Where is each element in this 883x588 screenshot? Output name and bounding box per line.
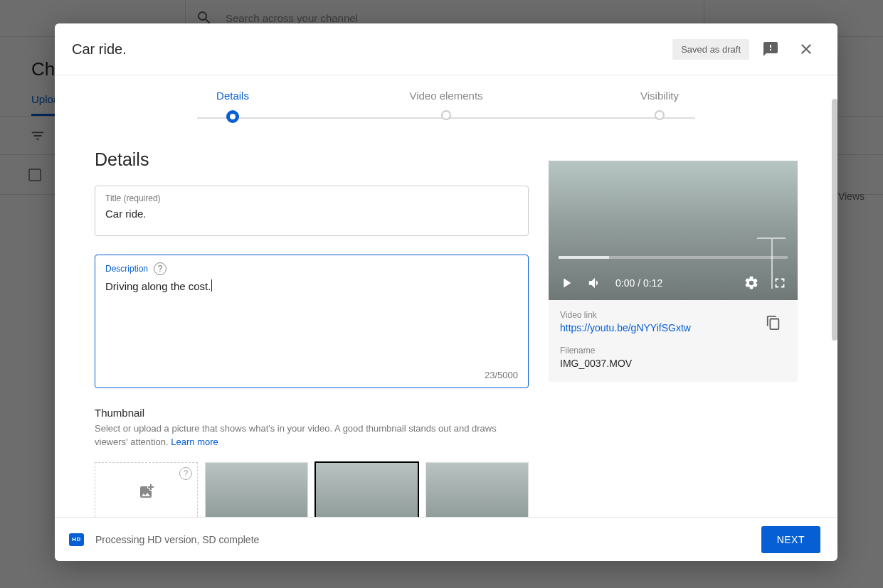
title-field-label: Title (required) — [105, 193, 518, 203]
text-cursor — [211, 279, 212, 292]
settings-icon[interactable] — [744, 275, 759, 291]
details-heading: Details — [95, 137, 529, 186]
description-field[interactable]: Description ? Driving along the cost. 23… — [95, 255, 529, 388]
step-details[interactable]: Details — [162, 75, 304, 123]
title-field-value: Car ride. — [105, 203, 518, 220]
thumbnail-option-2[interactable] — [315, 462, 418, 517]
processing-status: Processing HD version, SD complete — [95, 534, 259, 545]
help-icon[interactable]: ? — [154, 262, 166, 275]
stepper: Details Video elements Visibility — [55, 75, 837, 137]
dialog-footer: HD Processing HD version, SD complete NE… — [55, 517, 837, 561]
close-button[interactable] — [792, 35, 820, 63]
filename-value: IMG_0037.MOV — [560, 356, 786, 369]
volume-icon[interactable] — [587, 275, 603, 291]
thumbnail-row: ? — [95, 462, 529, 517]
next-button[interactable]: NEXT — [761, 526, 820, 553]
learn-more-link[interactable]: Learn more — [171, 437, 218, 447]
dialog-header: Car ride. Saved as draft — [55, 23, 837, 75]
thumbnail-subtext: Select or upload a picture that shows wh… — [95, 419, 529, 449]
feedback-icon — [762, 41, 779, 58]
hd-badge: HD — [69, 533, 84, 546]
step-video-elements-label: Video elements — [409, 75, 482, 102]
upload-thumbnail-button[interactable]: ? — [95, 462, 198, 517]
video-progress-bar[interactable] — [559, 256, 788, 259]
step-dot — [655, 110, 665, 120]
close-icon — [798, 41, 815, 58]
dialog-body: Details Title (required) Car ride. Descr… — [55, 137, 837, 517]
video-link-label: Video link — [560, 310, 761, 320]
filename-label: Filename — [560, 346, 786, 356]
description-counter: 23/5000 — [485, 370, 518, 380]
title-field[interactable]: Title (required) Car ride. — [95, 186, 529, 236]
video-player[interactable]: 0:00 / 0:12 — [549, 161, 798, 300]
help-icon[interactable]: ? — [179, 467, 192, 480]
play-icon[interactable] — [559, 275, 574, 291]
add-image-icon — [138, 483, 155, 500]
description-value: Driving along the cost. — [105, 275, 518, 292]
step-video-elements[interactable]: Video elements — [375, 75, 517, 123]
upload-dialog: Car ride. Saved as draft Details Video e… — [55, 23, 837, 561]
feedback-button[interactable] — [756, 35, 785, 63]
step-dot-active — [226, 110, 239, 123]
video-time: 0:00 / 0:12 — [615, 277, 662, 289]
dialog-title: Car ride. — [72, 41, 672, 58]
step-visibility[interactable]: Visibility — [588, 75, 731, 123]
details-panel: Details Title (required) Car ride. Descr… — [95, 137, 529, 517]
thumbnail-heading: Thumbnail — [95, 407, 529, 419]
video-preview-card: 0:00 / 0:12 Video link https://youtu.be/… — [549, 161, 798, 382]
step-dot — [441, 110, 451, 120]
thumbnail-option-3[interactable] — [425, 462, 529, 517]
fullscreen-icon[interactable] — [772, 275, 788, 291]
video-meta: Video link https://youtu.be/gNYYifSGxtw … — [549, 300, 798, 382]
thumbnail-option-1[interactable] — [205, 462, 308, 517]
preview-panel: 0:00 / 0:12 Video link https://youtu.be/… — [549, 137, 798, 517]
saved-as-draft-badge: Saved as draft — [672, 39, 749, 60]
copy-icon — [766, 315, 781, 331]
copy-link-button[interactable] — [761, 310, 786, 336]
video-controls: 0:00 / 0:12 — [549, 266, 798, 300]
description-label: Description — [105, 264, 148, 274]
step-details-label: Details — [216, 75, 249, 102]
step-visibility-label: Visibility — [640, 75, 679, 102]
dialog-scrollbar[interactable] — [832, 99, 837, 341]
video-link-value[interactable]: https://youtu.be/gNYYifSGxtw — [560, 320, 761, 333]
